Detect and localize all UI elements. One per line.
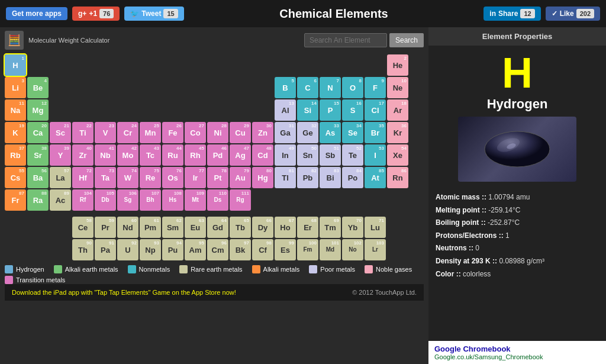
calculator-icon[interactable]: 🧮 (5, 31, 24, 50)
element-At[interactable]: 85At (365, 167, 386, 188)
element-Mg[interactable]: 12Mg (27, 99, 49, 121)
element-Dy[interactable]: 66Dy (252, 217, 273, 238)
element-Pa[interactable]: 91Pa (95, 239, 116, 260)
element-S[interactable]: 16S (342, 99, 363, 121)
element-Si[interactable]: 14Si (297, 99, 318, 121)
element-Al[interactable]: 13Al (275, 99, 296, 121)
element-B[interactable]: 5B (275, 77, 296, 98)
element-Li[interactable]: 3Li (5, 77, 26, 98)
element-Sn[interactable]: 50Sn (297, 144, 318, 166)
element-Db[interactable]: 105Db (95, 189, 116, 211)
element-Lr[interactable]: 103Lr (365, 239, 386, 260)
element-Au[interactable]: 79Au (230, 167, 251, 188)
element-Md[interactable]: 101Md (320, 239, 341, 260)
element-H[interactable]: 1H (5, 54, 26, 76)
element-Ru[interactable]: 44Ru (162, 144, 183, 166)
element-Pb[interactable]: 82Pb (297, 167, 318, 188)
search-button[interactable]: Search (389, 33, 424, 47)
element-Es[interactable]: 99Es (275, 239, 296, 260)
get-more-apps-button[interactable]: Get more apps (6, 7, 67, 20)
element-Fe[interactable]: 26Fe (162, 122, 183, 143)
element-Sm[interactable]: 62Sm (162, 217, 183, 238)
element-Rf[interactable]: 104Rf (72, 189, 94, 211)
element-Xe[interactable]: 54Xe (387, 144, 408, 166)
element-Sg[interactable]: 106Sg (117, 189, 138, 211)
element-Ce[interactable]: 58Ce (72, 217, 94, 238)
element-Po[interactable]: 84Po (342, 167, 363, 188)
element-Cl[interactable]: 17Cl (365, 99, 386, 121)
element-Ta[interactable]: 73Ta (95, 167, 116, 188)
element-Ni[interactable]: 28Ni (207, 122, 228, 143)
element-Ca[interactable]: 20Ca (27, 122, 49, 143)
element-Ac[interactable]: 89Ac (50, 189, 71, 211)
element-Br[interactable]: 35Br (365, 122, 386, 143)
element-C[interactable]: 6C (297, 77, 318, 98)
element-Hg[interactable]: 80Hg (252, 167, 273, 188)
element-Tc[interactable]: 43Tc (140, 144, 161, 166)
element-Rn[interactable]: 86Rn (387, 167, 408, 188)
element-Mn[interactable]: 25Mn (140, 122, 161, 143)
element-Yb[interactable]: 70Yb (342, 217, 363, 238)
element-Co[interactable]: 27Co (185, 122, 206, 143)
element-Te[interactable]: 52Te (342, 144, 363, 166)
element-Pd[interactable]: 46Pd (207, 144, 228, 166)
element-Tm[interactable]: 69Tm (320, 217, 341, 238)
element-He[interactable]: 2He (387, 54, 408, 76)
element-U[interactable]: 92U (117, 239, 138, 260)
element-Mo[interactable]: 42Mo (117, 144, 138, 166)
element-P[interactable]: 15P (320, 99, 341, 121)
element-Hf[interactable]: 72Hf (72, 167, 94, 188)
element-In[interactable]: 49In (275, 144, 296, 166)
element-Hs[interactable]: 108Hs (162, 189, 183, 211)
element-Kr[interactable]: 36Kr (387, 122, 408, 143)
element-Pr[interactable]: 59Pr (95, 217, 116, 238)
element-Be[interactable]: 4Be (27, 77, 49, 98)
linkedin-share-button[interactable]: in Share 12 (483, 7, 540, 21)
element-N[interactable]: 7N (320, 77, 341, 98)
element-Y[interactable]: 39Y (50, 144, 71, 166)
element-Rg[interactable]: 111Rg (230, 189, 251, 211)
element-Tb[interactable]: 65Tb (230, 217, 251, 238)
like-button[interactable]: ✓ Like 202 (546, 7, 600, 21)
search-input[interactable] (304, 33, 387, 47)
element-Bi[interactable]: 83Bi (320, 167, 341, 188)
element-Nd[interactable]: 60Nd (117, 217, 138, 238)
element-Cs[interactable]: 55Cs (5, 167, 26, 188)
element-No[interactable]: 102No (342, 239, 363, 260)
element-Ne[interactable]: 10Ne (387, 77, 408, 98)
element-Nb[interactable]: 41Nb (95, 144, 116, 166)
element-Sr[interactable]: 38Sr (27, 144, 49, 166)
element-La[interactable]: 57La (50, 167, 71, 188)
element-I[interactable]: 53I (365, 144, 386, 166)
element-Ra[interactable]: 88Ra (27, 189, 49, 211)
element-Ba[interactable]: 56Ba (27, 167, 49, 188)
element-Rh[interactable]: 45Rh (185, 144, 206, 166)
element-Cd[interactable]: 48Cd (252, 144, 273, 166)
element-Pt[interactable]: 78Pt (207, 167, 228, 188)
element-Na[interactable]: 11Na (5, 99, 26, 121)
element-Ti[interactable]: 22Ti (72, 122, 94, 143)
element-Er[interactable]: 68Er (297, 217, 318, 238)
element-Eu[interactable]: 63Eu (185, 217, 206, 238)
element-Cr[interactable]: 24Cr (117, 122, 138, 143)
element-Ag[interactable]: 47Ag (230, 144, 251, 166)
element-Os[interactable]: 76Os (162, 167, 183, 188)
element-Th[interactable]: 90Th (72, 239, 94, 260)
element-F[interactable]: 9F (365, 77, 386, 98)
element-Fr[interactable]: 87Fr (5, 189, 26, 211)
element-K[interactable]: 19K (5, 122, 26, 143)
element-Pu[interactable]: 94Pu (162, 239, 183, 260)
element-Se[interactable]: 34Se (342, 122, 363, 143)
element-Rb[interactable]: 37Rb (5, 144, 26, 166)
element-Bh[interactable]: 107Bh (140, 189, 161, 211)
element-Lu[interactable]: 71Lu (365, 217, 386, 238)
element-Cf[interactable]: 98Cf (252, 239, 273, 260)
element-Am[interactable]: 95Am (185, 239, 206, 260)
ad-bar[interactable]: Google Chromebook Google.co.uk/Samsung_C… (428, 341, 606, 364)
element-Ar[interactable]: 18Ar (387, 99, 408, 121)
element-Ds[interactable]: 110Ds (207, 189, 228, 211)
element-Cu[interactable]: 29Cu (230, 122, 251, 143)
tweet-button[interactable]: 🐦 Tweet 15 (124, 7, 183, 21)
element-Cm[interactable]: 96Cm (207, 239, 228, 260)
gplus-button[interactable]: g+ +1 76 (72, 7, 120, 21)
